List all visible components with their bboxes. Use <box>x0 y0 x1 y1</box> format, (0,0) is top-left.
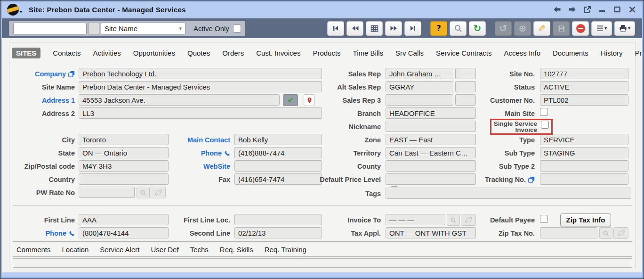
tab-documents[interactable]: Documents <box>553 49 588 57</box>
phone2-label[interactable]: Phone <box>15 229 75 238</box>
tab-techs[interactable]: Techs <box>190 246 209 254</box>
company-field[interactable] <box>79 68 322 79</box>
add-record-button[interactable]: ⊕ <box>514 21 531 36</box>
tab-user-def[interactable]: User Def <box>151 246 178 254</box>
tab-service-contracts[interactable]: Service Contracts <box>436 49 491 57</box>
zip-tax-lookup-button[interactable] <box>599 227 612 239</box>
popout-icon[interactable] <box>582 5 592 14</box>
tab-cust-invoices[interactable]: Cust. Invoices <box>256 49 300 57</box>
tab-sites[interactable]: SITES <box>12 48 40 58</box>
site-no-field[interactable] <box>540 68 628 79</box>
app-logo-icon[interactable] <box>7 4 19 16</box>
back-icon[interactable] <box>552 5 562 14</box>
tab-contacts[interactable]: Contacts <box>53 49 80 57</box>
tracking-no-field[interactable] <box>540 173 628 185</box>
default-payee-checkbox[interactable] <box>540 215 548 223</box>
sub-type2-field[interactable] <box>540 160 628 172</box>
main-contact-label[interactable]: Main Contact <box>170 135 230 145</box>
tab-comments[interactable]: Comments <box>16 246 51 254</box>
pw-rate-unlink-button[interactable] <box>151 187 166 198</box>
tab-req-skills[interactable]: Req. Skills <box>220 246 253 254</box>
company-label[interactable]: Company <box>15 69 75 79</box>
forward-icon[interactable] <box>567 5 577 14</box>
tab-activities[interactable]: Activities <box>93 49 121 57</box>
country-field[interactable] <box>79 173 169 185</box>
tab-orders[interactable]: Orders <box>222 49 244 57</box>
maximize-icon[interactable] <box>612 5 622 14</box>
edit-button[interactable]: ✎ <box>533 21 550 36</box>
state-field[interactable] <box>79 147 169 158</box>
tracking-no-label[interactable]: Tracking No. <box>467 175 535 184</box>
menu-button[interactable]: ▾ <box>591 21 612 36</box>
tab-req-training[interactable]: Req. Training <box>265 246 306 254</box>
territory-field[interactable] <box>386 147 476 158</box>
website-label[interactable]: WebSite <box>170 162 230 171</box>
default-price-level-field[interactable] <box>386 173 476 185</box>
county-field[interactable] <box>386 160 476 172</box>
status-field[interactable] <box>540 81 628 92</box>
address1-field[interactable] <box>79 94 280 106</box>
tab-access-info[interactable]: Access Info <box>504 49 540 57</box>
tax-appl-field[interactable] <box>386 227 476 238</box>
filter-clear-button[interactable] <box>88 23 99 34</box>
tab-opportunities[interactable]: Opportunities <box>133 49 175 57</box>
refresh-button[interactable]: ↻ <box>469 21 486 36</box>
invoice-to-lookup-button[interactable] <box>447 214 460 226</box>
logo-menu-caret-icon[interactable]: ▾ <box>20 9 22 14</box>
sales-rep-field[interactable] <box>386 68 453 79</box>
grid-view-button[interactable] <box>366 21 383 36</box>
first-line-field[interactable] <box>79 214 169 225</box>
alt-sales-rep-field[interactable] <box>386 81 453 92</box>
last-record-button[interactable] <box>404 21 421 36</box>
active-only-group: Active Only <box>193 25 241 33</box>
print-button[interactable]: ▾ <box>614 21 635 36</box>
default-payee-label: Default Payee <box>467 215 535 225</box>
previous-record-button[interactable] <box>346 21 363 36</box>
site-name-field[interactable] <box>79 81 322 92</box>
minimize-icon[interactable] <box>597 5 607 14</box>
next-record-button[interactable] <box>385 21 402 36</box>
tab-products[interactable]: Products <box>313 49 340 57</box>
customer-no-field[interactable] <box>540 94 628 106</box>
save-button[interactable] <box>553 21 570 36</box>
tab-history[interactable]: History <box>601 49 623 57</box>
main-site-checkbox[interactable] <box>540 108 548 116</box>
tab-quotes[interactable]: Quotes <box>187 49 210 57</box>
tab-location[interactable]: Location <box>62 246 89 254</box>
tab-time-bills[interactable]: Time Bills <box>353 49 383 57</box>
undo-button[interactable]: ↺ <box>495 21 512 36</box>
tags-field[interactable] <box>386 188 631 199</box>
phone-label[interactable]: Phone <box>170 148 230 158</box>
tab-service-alert[interactable]: Service Alert <box>100 246 139 254</box>
city-field[interactable] <box>79 134 169 145</box>
address1-label[interactable]: Address 1 <box>15 96 75 105</box>
tab-projects[interactable]: Projects <box>635 49 644 57</box>
address2-field[interactable] <box>79 107 322 119</box>
zip-tax-info-button[interactable]: Zip Tax Info <box>560 213 611 226</box>
branch-field[interactable] <box>386 107 476 119</box>
sub-type-field[interactable] <box>540 147 628 158</box>
invoice-to-field[interactable] <box>386 214 445 225</box>
help-button[interactable]: ? <box>430 21 447 36</box>
single-service-invoice-checkbox[interactable] <box>541 121 549 129</box>
filter-input[interactable] <box>13 23 87 34</box>
nickname-field[interactable] <box>386 121 476 132</box>
zip-field[interactable] <box>79 160 169 172</box>
type-field[interactable] <box>540 134 628 145</box>
sales-rep3-field[interactable] <box>386 94 453 106</box>
first-record-button[interactable] <box>327 21 344 36</box>
active-only-checkbox[interactable] <box>233 25 241 33</box>
pw-rate-no-field[interactable] <box>79 187 135 198</box>
branch-label: Branch <box>309 109 381 118</box>
search-button[interactable] <box>450 21 467 36</box>
address-verified-button[interactable]: ✔ <box>283 94 298 106</box>
zip-tax-unlink-button[interactable] <box>613 227 628 239</box>
tab-srv-calls[interactable]: Srv Calls <box>395 49 424 57</box>
filter-field-select[interactable]: Site Name ▾ <box>101 23 185 34</box>
close-icon[interactable]: × <box>628 5 637 14</box>
phone2-field[interactable] <box>79 227 169 238</box>
zone-field[interactable] <box>386 134 476 145</box>
pw-rate-lookup-button[interactable] <box>137 187 150 198</box>
zip-tax-no-field[interactable] <box>540 227 597 238</box>
delete-button[interactable] <box>572 21 589 36</box>
